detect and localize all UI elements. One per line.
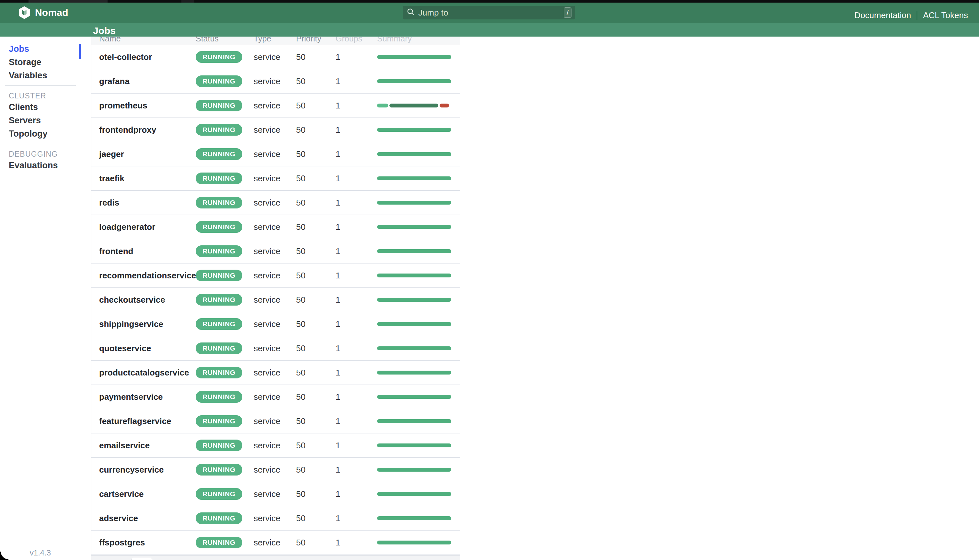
job-summary-cell (377, 273, 451, 277)
sidebar-item-jobs[interactable]: Jobs (0, 42, 81, 56)
job-status-cell: RUNNING (195, 391, 254, 403)
jump-to-search-input[interactable]: Jump to / (403, 6, 575, 19)
column-header-status[interactable]: Status (195, 37, 254, 43)
job-row[interactable]: featureflagservice RUNNING service 50 1 (91, 409, 460, 433)
sidebar-item-storage[interactable]: Storage (0, 56, 81, 69)
job-summary-cell (377, 79, 451, 83)
column-header-priority[interactable]: Priority (296, 37, 336, 43)
summary-bar (377, 516, 451, 520)
job-summary-cell (377, 347, 451, 350)
column-header-name[interactable]: Name (91, 37, 195, 43)
job-row[interactable]: emailservice RUNNING service 50 1 (91, 433, 460, 458)
job-status-cell: RUNNING (195, 124, 254, 136)
job-row[interactable]: productcatalogservice RUNNING service 50… (91, 361, 460, 385)
acl-tokens-link[interactable]: ACL Tokens (917, 10, 974, 20)
status-badge: RUNNING (195, 100, 242, 112)
job-status-cell: RUNNING (195, 294, 254, 305)
job-type: service (254, 52, 296, 62)
documentation-link[interactable]: Documentation (849, 10, 917, 20)
job-row[interactable]: ffspostgres RUNNING service 50 1 (91, 530, 460, 555)
job-priority: 50 (296, 538, 336, 548)
job-row[interactable]: jaeger RUNNING service 50 1 (91, 142, 460, 167)
summary-segment (377, 55, 451, 59)
job-name: traefik (91, 173, 195, 183)
job-priority: 50 (296, 416, 336, 426)
sidebar-divider (5, 144, 76, 144)
job-groups: 1 (336, 368, 377, 378)
job-summary-cell (377, 322, 451, 326)
job-row[interactable]: loadgenerator RUNNING service 50 1 (91, 215, 460, 239)
status-badge: RUNNING (195, 124, 242, 136)
job-type: service (254, 513, 296, 523)
job-summary-cell (377, 249, 451, 253)
sidebar-item-servers[interactable]: Servers (0, 114, 81, 127)
job-summary-cell (377, 225, 451, 229)
job-name: frontend (91, 246, 195, 257)
job-status-cell: RUNNING (195, 148, 254, 160)
job-priority: 50 (296, 52, 336, 62)
column-header-type[interactable]: Type (254, 37, 296, 43)
job-groups: 1 (336, 295, 377, 305)
job-row[interactable]: prometheus RUNNING service 50 1 (91, 93, 460, 118)
job-row[interactable]: frontend RUNNING service 50 1 (91, 239, 460, 263)
job-name: redis (91, 198, 195, 208)
job-priority: 50 (296, 149, 336, 159)
summary-segment (439, 103, 449, 107)
job-row[interactable]: checkoutservice RUNNING service 50 1 (91, 288, 460, 312)
job-status-cell: RUNNING (195, 100, 254, 112)
job-row[interactable]: otel-collector RUNNING service 50 1 (91, 45, 460, 69)
job-status-cell: RUNNING (195, 51, 254, 63)
summary-segment (377, 152, 451, 156)
job-priority: 50 (296, 489, 336, 499)
job-name: prometheus (91, 101, 195, 111)
job-type: service (254, 125, 296, 135)
job-priority: 50 (296, 173, 336, 183)
status-badge: RUNNING (195, 173, 242, 184)
job-row[interactable]: frontendproxy RUNNING service 50 1 (91, 118, 460, 142)
job-type: service (254, 295, 296, 305)
version-label: v1.4.3 (0, 548, 81, 557)
job-groups: 1 (336, 489, 377, 499)
job-priority: 50 (296, 271, 336, 281)
breadcrumb[interactable]: Jobs (93, 25, 116, 36)
job-priority: 50 (296, 440, 336, 451)
nomad-home-link[interactable]: Nomad (18, 6, 68, 19)
job-row[interactable]: adservice RUNNING service 50 1 (91, 506, 460, 530)
job-summary-cell (377, 419, 451, 423)
job-priority: 50 (296, 465, 336, 475)
job-row[interactable]: currencyservice RUNNING service 50 1 (91, 458, 460, 482)
status-badge: RUNNING (195, 245, 242, 257)
job-groups: 1 (336, 149, 377, 159)
job-row[interactable]: grafana RUNNING service 50 1 (91, 69, 460, 93)
job-row[interactable]: paymentservice RUNNING service 50 1 (91, 385, 460, 409)
job-status-cell: RUNNING (195, 245, 254, 257)
status-badge: RUNNING (195, 512, 242, 524)
sidebar-item-evaluations[interactable]: Evaluations (0, 159, 81, 172)
sidebar-item-topology[interactable]: Topology (0, 127, 81, 140)
summary-segment (377, 492, 451, 496)
summary-segment (377, 468, 451, 472)
job-row[interactable]: shippingservice RUNNING service 50 1 (91, 312, 460, 336)
job-row[interactable]: redis RUNNING service 50 1 (91, 191, 460, 215)
job-summary-cell (377, 103, 451, 107)
job-name: otel-collector (91, 52, 195, 62)
sidebar-item-clients[interactable]: Clients (0, 101, 81, 114)
job-row[interactable]: cartservice RUNNING service 50 1 (91, 482, 460, 506)
column-header-groups: Groups (336, 37, 377, 43)
job-status-cell: RUNNING (195, 318, 254, 330)
page-size-select[interactable] (132, 558, 152, 560)
summary-segment (377, 516, 451, 520)
job-groups: 1 (336, 440, 377, 451)
job-name: paymentservice (91, 392, 195, 402)
status-badge: RUNNING (195, 221, 242, 233)
brand-label: Nomad (35, 7, 68, 18)
job-row[interactable]: recommendationservice RUNNING service 50… (91, 263, 460, 288)
job-status-cell: RUNNING (195, 512, 254, 524)
job-row[interactable]: quoteservice RUNNING service 50 1 (91, 336, 460, 361)
status-badge: RUNNING (195, 51, 242, 63)
sidebar-item-variables[interactable]: Variables (0, 69, 81, 82)
status-badge: RUNNING (195, 270, 242, 281)
job-summary-cell (377, 371, 451, 375)
summary-bar (377, 79, 451, 83)
job-row[interactable]: traefik RUNNING service 50 1 (91, 167, 460, 191)
